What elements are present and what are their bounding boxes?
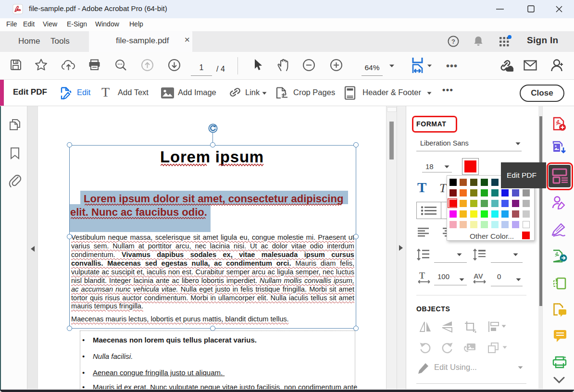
- svg-text:?: ?: [451, 38, 455, 45]
- svg-text:T: T: [419, 271, 425, 281]
- svg-text:AV: AV: [474, 272, 483, 280]
